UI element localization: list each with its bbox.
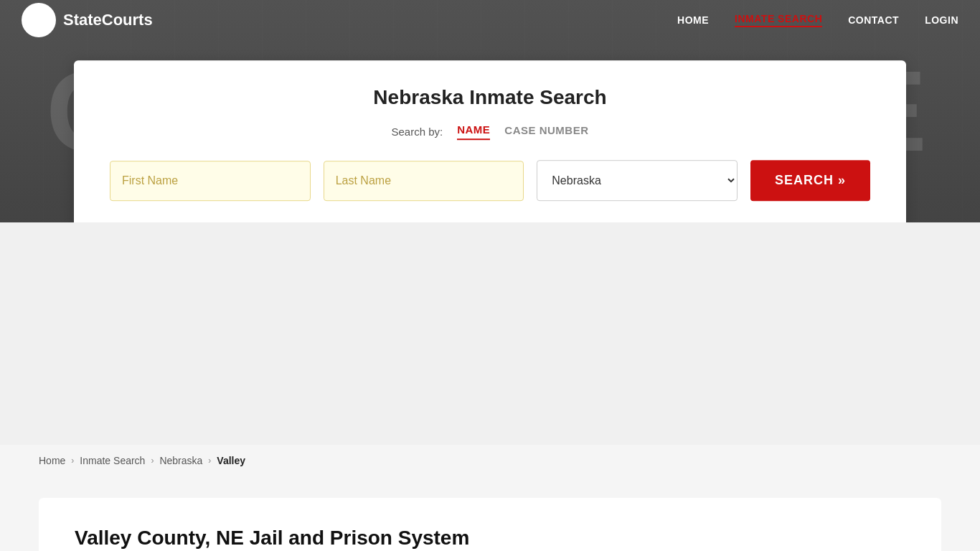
nav-home[interactable]: HOME [677, 14, 709, 26]
nav-login[interactable]: LOGIN [925, 14, 958, 26]
breadcrumb-current: Valley [217, 455, 245, 466]
search-title: Nebraska Inmate Search [110, 86, 870, 109]
breadcrumb-home[interactable]: Home [39, 455, 65, 466]
search-button[interactable]: SEARCH » [750, 160, 870, 201]
state-select[interactable]: Nebraska [537, 160, 738, 201]
search-fields: Nebraska SEARCH » [110, 160, 870, 201]
search-by-label: Search by: [391, 126, 443, 138]
first-name-input[interactable] [110, 161, 311, 201]
breadcrumb-inmate-search[interactable]: Inmate Search [80, 455, 145, 466]
main-content: Valley County, NE Jail and Prison System… [0, 476, 980, 551]
nav-contact[interactable]: CONTACT [848, 14, 899, 26]
navbar: 🏛 StateCourts HOME INMATE SEARCH CONTACT… [0, 0, 980, 40]
tab-name[interactable]: NAME [457, 123, 490, 140]
logo-text: StateCourts [63, 11, 153, 29]
search-card: Nebraska Inmate Search Search by: NAME C… [74, 60, 906, 222]
nav-inmate-search[interactable]: INMATE SEARCH [735, 13, 822, 27]
chevron-icon-3: › [208, 456, 211, 466]
tab-case-number[interactable]: CASE NUMBER [504, 124, 588, 139]
search-by-row: Search by: NAME CASE NUMBER [110, 123, 870, 140]
chevron-icon-1: › [71, 456, 74, 466]
nav-links: HOME INMATE SEARCH CONTACT LOGIN [677, 13, 958, 27]
content-card: Valley County, NE Jail and Prison System… [39, 498, 941, 551]
logo-icon: 🏛 [22, 3, 56, 37]
logo[interactable]: 🏛 StateCourts [22, 3, 153, 37]
last-name-input[interactable] [324, 161, 524, 201]
header: COURTHOUSE 🏛 StateCourts HOME INMATE SEA… [0, 0, 980, 222]
chevron-icon-2: › [151, 456, 154, 466]
breadcrumb-state[interactable]: Nebraska [159, 455, 202, 466]
breadcrumb: Home › Inmate Search › Nebraska › Valley [0, 445, 980, 476]
county-title: Valley County, NE Jail and Prison System [75, 527, 905, 550]
